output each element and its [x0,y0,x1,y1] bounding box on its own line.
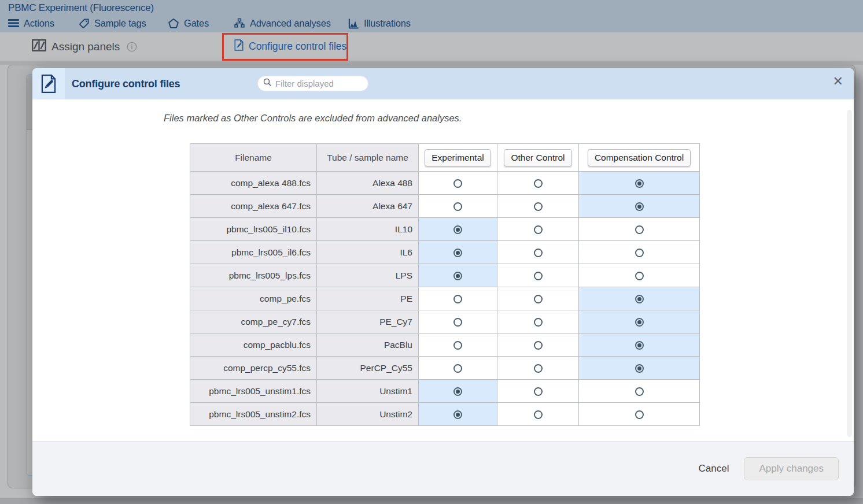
experimental-radio-cell[interactable] [419,310,497,333]
compensation-control-radio-cell[interactable] [579,380,700,403]
cancel-button[interactable]: Cancel [699,463,729,475]
other-control-radio-cell[interactable] [497,172,579,195]
info-icon[interactable] [127,42,137,52]
tube-name-cell: PE_Cy7 [317,310,419,333]
experimental-radio-cell[interactable] [419,264,497,287]
radio-button[interactable] [534,387,543,396]
filter-input[interactable] [275,79,359,88]
filename-cell: pbmc_lrs005_il10.fcs [190,218,317,241]
radio-button[interactable] [534,295,543,303]
apply-changes-button[interactable]: Apply changes [744,457,839,480]
other-control-radio-cell[interactable] [497,403,579,426]
radio-button[interactable] [534,202,543,211]
column-header-compensation-control-button[interactable]: Compensation Control [588,149,691,166]
tube-name-cell: Unstim1 [317,380,419,403]
radio-button[interactable] [635,179,644,188]
experimental-radio-cell[interactable] [419,287,497,310]
close-icon[interactable]: ✕ [833,74,843,89]
experimental-radio-cell[interactable] [419,241,497,264]
radio-button[interactable] [453,202,462,211]
nav-item-label: Actions [24,18,54,29]
tube-name-cell: IL10 [317,218,419,241]
radio-button[interactable] [635,272,644,280]
radio-button[interactable] [453,387,462,396]
experimental-radio-cell[interactable] [419,403,497,426]
nav-item-actions[interactable]: Actions [8,16,54,31]
radio-button[interactable] [635,295,644,303]
filename-cell: pbmc_lrs005_unstim1.fcs [190,380,317,403]
compensation-control-radio-cell[interactable] [579,218,700,241]
configure-control-files-button[interactable]: Configure control files [234,32,346,61]
dialog-scrollbar-track[interactable] [847,110,852,437]
other-control-radio-cell[interactable] [497,264,579,287]
radio-button[interactable] [635,225,644,234]
radio-button[interactable] [453,341,462,350]
radio-button[interactable] [453,318,462,327]
experimental-radio-cell[interactable] [419,357,497,380]
compensation-control-radio-cell[interactable] [579,172,700,195]
radio-button[interactable] [635,202,644,211]
radio-button[interactable] [635,341,644,350]
radio-button[interactable] [534,249,543,257]
filename-cell: pbmc_lrs005_lps.fcs [190,264,317,287]
experimental-radio-cell[interactable] [419,333,497,357]
radio-button[interactable] [635,410,644,419]
tube-name-cell: Alexa 488 [317,172,419,195]
radio-button[interactable] [453,249,462,257]
radio-button[interactable] [534,410,543,419]
other-control-radio-cell[interactable] [497,218,579,241]
radio-button[interactable] [534,179,543,188]
nav-item-gates[interactable]: Gates [168,16,209,31]
other-control-radio-cell[interactable] [497,357,579,380]
radio-button[interactable] [635,318,644,327]
radio-button[interactable] [534,225,543,234]
radio-button[interactable] [635,249,644,257]
hierarchy-icon [234,18,245,29]
app-screen: PBMC Experiment (Fluorescence) Actions S… [0,0,863,504]
radio-button[interactable] [534,364,543,373]
experimental-radio-cell[interactable] [419,218,497,241]
other-control-radio-cell[interactable] [497,195,579,218]
compensation-control-radio-cell[interactable] [579,403,700,426]
experimental-radio-cell[interactable] [419,380,497,403]
hamburger-icon [8,18,19,28]
nav-item-illustrations[interactable]: Illustrations [348,16,411,31]
tube-name-cell: LPS [317,264,419,287]
nav-item-label: Illustrations [364,18,411,29]
column-header-experimental-button[interactable]: Experimental [425,149,490,166]
pentagon-gate-icon [168,18,179,29]
compensation-control-radio-cell[interactable] [579,241,700,264]
compensation-control-radio-cell[interactable] [579,264,700,287]
tube-name-cell: PacBlu [317,333,419,357]
compensation-control-radio-cell[interactable] [579,195,700,218]
other-control-radio-cell[interactable] [497,287,579,310]
other-control-radio-cell[interactable] [497,380,579,403]
radio-button[interactable] [453,295,462,303]
experimental-radio-cell[interactable] [419,172,497,195]
other-control-radio-cell[interactable] [497,310,579,333]
tube-name-cell: PE [317,287,419,310]
experiment-title: PBMC Experiment (Fluorescence) [8,2,154,14]
compensation-control-radio-cell[interactable] [579,357,700,380]
radio-button[interactable] [635,364,644,373]
radio-button[interactable] [534,272,543,280]
radio-button[interactable] [453,225,462,234]
column-header-other-control-button[interactable]: Other Control [504,149,571,166]
compensation-control-radio-cell[interactable] [579,333,700,357]
radio-button[interactable] [453,179,462,188]
other-control-radio-cell[interactable] [497,241,579,264]
radio-button[interactable] [453,272,462,280]
radio-button[interactable] [453,364,462,373]
other-control-radio-cell[interactable] [497,333,579,357]
radio-button[interactable] [453,410,462,419]
radio-button[interactable] [534,318,543,327]
compensation-control-radio-cell[interactable] [579,287,700,310]
radio-button[interactable] [534,341,543,350]
assign-panels-tab[interactable]: Assign panels [32,32,137,61]
nav-item-advanced-analyses[interactable]: Advanced analyses [234,16,331,31]
nav-item-sample-tags[interactable]: Sample tags [79,16,146,31]
filename-cell: pbmc_lrs005_unstim2.fcs [190,403,317,426]
compensation-control-radio-cell[interactable] [579,310,700,333]
radio-button[interactable] [635,387,644,396]
experimental-radio-cell[interactable] [419,195,497,218]
